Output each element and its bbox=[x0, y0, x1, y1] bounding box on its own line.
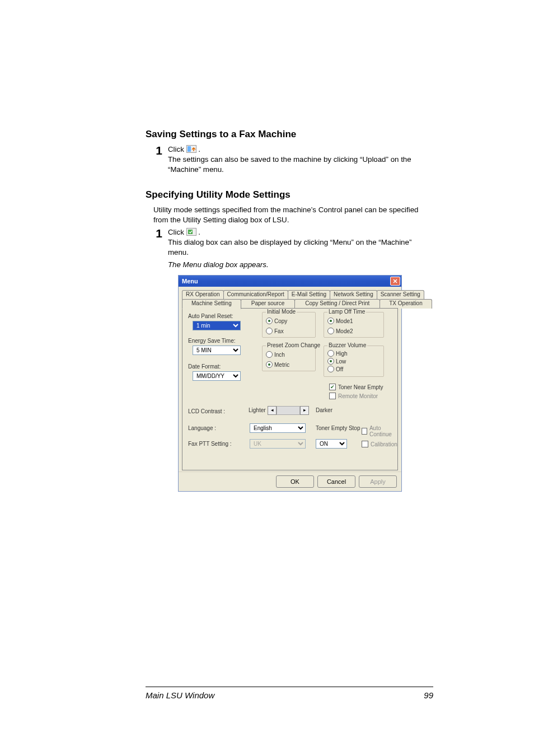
buzzer-low-radio[interactable] bbox=[327, 358, 334, 365]
heading-saving-settings: Saving Settings to a Fax Machine bbox=[146, 129, 433, 140]
menu-icon bbox=[186, 228, 196, 236]
dialog-titlebar: Menu bbox=[179, 276, 401, 287]
fax-ptt-select: UK bbox=[250, 439, 306, 449]
language-select[interactable]: English bbox=[250, 423, 306, 433]
language-label: Language : bbox=[188, 425, 216, 431]
lcd-darker-label: Darker bbox=[316, 407, 332, 413]
preset-zoom-metric-label: Metric bbox=[274, 362, 289, 368]
initial-mode-title: Initial Mode bbox=[266, 309, 297, 315]
section2-intro: Utility mode settings specified from the… bbox=[153, 205, 433, 225]
page-footer: Main LSU Window 99 bbox=[146, 687, 433, 700]
lcd-right-button[interactable]: ▸ bbox=[300, 406, 309, 415]
lamp-mode1-radio[interactable] bbox=[327, 318, 334, 324]
buzzer-high-radio[interactable] bbox=[327, 350, 334, 357]
energy-save-label: Energy Save Time: bbox=[188, 338, 235, 344]
buzzer-high-label: High bbox=[336, 351, 348, 357]
upload-icon bbox=[186, 145, 196, 153]
buzzer-off-radio[interactable] bbox=[327, 366, 334, 372]
remote-monitor-label: Remote Monitor bbox=[338, 393, 378, 399]
step1-text-suffix: . bbox=[198, 145, 200, 153]
close-button[interactable] bbox=[390, 277, 400, 286]
preset-zoom-title: Preset Zoom Change bbox=[266, 342, 321, 348]
calibration-label: Calibration bbox=[371, 441, 397, 447]
toner-empty-stop-label: Toner Empty Stop bbox=[316, 425, 360, 431]
toner-near-empty-label: Toner Near Empty bbox=[338, 384, 383, 390]
step1-text-prefix: Click bbox=[168, 145, 186, 153]
step1b-text-prefix: Click bbox=[168, 228, 186, 236]
preset-zoom-inch-radio[interactable] bbox=[266, 351, 273, 358]
calibration-checkbox[interactable] bbox=[362, 441, 368, 447]
cancel-button[interactable]: Cancel bbox=[317, 475, 355, 488]
dialog-title: Menu bbox=[182, 278, 198, 284]
tab-network-setting[interactable]: Network Setting bbox=[330, 290, 377, 300]
buzzer-title: Buzzer Volume bbox=[327, 342, 367, 348]
step-number: 1 bbox=[153, 144, 162, 156]
buzzer-low-label: Low bbox=[336, 358, 346, 365]
footer-title: Main LSU Window bbox=[146, 690, 214, 700]
fax-ptt-label: Fax PTT Setting : bbox=[188, 441, 232, 447]
buzzer-off-label: Off bbox=[336, 366, 343, 372]
tab-scanner-setting[interactable]: Scanner Setting bbox=[377, 290, 424, 300]
energy-save-select[interactable]: 5 MIN bbox=[193, 346, 241, 355]
tab-machine-setting[interactable]: Machine Setting bbox=[182, 299, 241, 309]
initial-mode-group: Initial Mode Copy Fax bbox=[262, 312, 316, 338]
step1-para: The settings can also be saved to the ma… bbox=[168, 155, 433, 175]
lamp-mode1-label: Mode1 bbox=[336, 318, 353, 324]
menu-dialog-appears: The Menu dialog box appears. bbox=[168, 260, 433, 270]
lamp-off-title: Lamp Off Time bbox=[327, 309, 366, 315]
tab-rx-operation[interactable]: RX Operation bbox=[182, 290, 224, 300]
preset-zoom-inch-label: Inch bbox=[274, 352, 285, 358]
lamp-off-group: Lamp Off Time Mode1 Mode2 bbox=[324, 312, 384, 338]
lamp-mode2-label: Mode2 bbox=[336, 328, 353, 334]
step1b-text-suffix: . bbox=[198, 228, 200, 236]
menu-dialog: Menu RX Operation Communication/Report E… bbox=[178, 275, 402, 492]
tab-paper-source[interactable]: Paper source bbox=[241, 299, 295, 309]
step1b-para: This dialog box can also be displayed by… bbox=[168, 237, 433, 258]
initial-mode-fax-label: Fax bbox=[274, 328, 284, 334]
ok-button[interactable]: OK bbox=[276, 475, 314, 488]
toner-near-empty-checkbox[interactable] bbox=[329, 384, 336, 390]
initial-mode-copy-label: Copy bbox=[274, 318, 287, 324]
lcd-left-button[interactable]: ◂ bbox=[268, 406, 277, 415]
date-format-select[interactable]: MM/DD/YY bbox=[193, 371, 241, 381]
date-format-label: Date Format: bbox=[188, 363, 221, 370]
tab-body: Auto Panel Reset: 1 min Energy Save Time… bbox=[182, 308, 398, 470]
remote-monitor-checkbox[interactable] bbox=[329, 393, 336, 399]
lcd-contrast-label: LCD Contrast : bbox=[188, 408, 225, 414]
preset-zoom-group: Preset Zoom Change Inch Metric bbox=[262, 346, 316, 371]
auto-panel-reset-label: Auto Panel Reset: bbox=[188, 313, 233, 319]
lamp-mode2-radio[interactable] bbox=[327, 328, 334, 334]
page-number: 99 bbox=[424, 690, 433, 700]
initial-mode-copy-radio[interactable] bbox=[266, 318, 273, 324]
auto-continue-checkbox[interactable] bbox=[362, 428, 367, 435]
tab-email-setting[interactable]: E-Mail Setting bbox=[288, 290, 330, 300]
tab-copy-direct-print[interactable]: Copy Setting / Direct Print bbox=[294, 299, 380, 309]
initial-mode-fax-radio[interactable] bbox=[266, 328, 273, 334]
apply-button[interactable]: Apply bbox=[359, 475, 397, 488]
step-number: 1 bbox=[153, 227, 162, 239]
lcd-lighter-label: Lighter bbox=[249, 407, 266, 413]
auto-continue-label: Auto Continue bbox=[369, 425, 397, 437]
svg-rect-1 bbox=[188, 146, 191, 152]
lcd-slider-track[interactable] bbox=[277, 406, 300, 415]
preset-zoom-metric-radio[interactable] bbox=[266, 361, 273, 368]
tab-tx-operation[interactable]: TX Operation bbox=[380, 299, 432, 309]
fax-ptt-on-select[interactable]: ON bbox=[316, 439, 347, 449]
tab-communication-report[interactable]: Communication/Report bbox=[223, 290, 288, 300]
buzzer-group: Buzzer Volume High Low Off bbox=[324, 346, 384, 377]
auto-panel-reset-select[interactable]: 1 min bbox=[193, 321, 241, 330]
heading-utility-mode: Specifying Utility Mode Settings bbox=[146, 189, 433, 200]
